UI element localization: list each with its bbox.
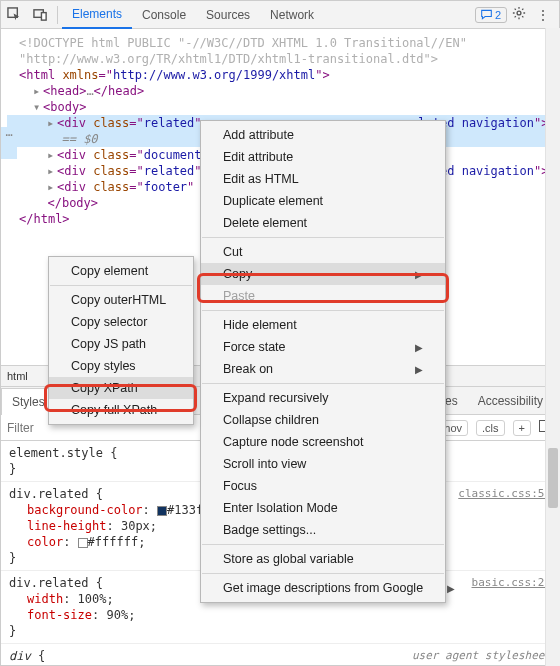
menu-item-label: Capture node screenshot <box>223 435 363 449</box>
tab-accessibility[interactable]: Accessibility <box>468 394 553 408</box>
menu-item-label: Collapse children <box>223 413 319 427</box>
menu-item-paste: Paste <box>201 285 445 307</box>
menu-item-label: Duplicate element <box>223 194 323 208</box>
menu-item-break-on[interactable]: Break on▶ <box>201 358 445 380</box>
tab-console[interactable]: Console <box>132 1 196 29</box>
menu-item-copy-js-path[interactable]: Copy JS path <box>49 333 193 355</box>
submenu-arrow-icon: ▶ <box>415 342 423 353</box>
submenu-arrow-icon: ▶ <box>447 583 455 594</box>
source-link[interactable]: classic.css:57 <box>458 486 551 502</box>
menu-item-label: Delete element <box>223 216 307 230</box>
menu-item-label: Focus <box>223 479 257 493</box>
menu-item-copy-styles[interactable]: Copy styles <box>49 355 193 377</box>
copy-submenu: Copy elementCopy outerHTMLCopy selectorC… <box>48 256 194 425</box>
menu-item-collapse-children[interactable]: Collapse children <box>201 409 445 431</box>
menu-item-label: Copy selector <box>71 315 147 329</box>
menu-item-enter-isolation-mode[interactable]: Enter Isolation Mode <box>201 497 445 519</box>
menu-item-force-state[interactable]: Force state▶ <box>201 336 445 358</box>
color-swatch-icon[interactable] <box>78 538 88 548</box>
menu-item-label: Edit attribute <box>223 150 293 164</box>
menu-item-badge-settings[interactable]: Badge settings... <box>201 519 445 541</box>
menu-item-label: Add attribute <box>223 128 294 142</box>
menu-item-label: Store as global variable <box>223 552 354 566</box>
tab-sources[interactable]: Sources <box>196 1 260 29</box>
svg-point-3 <box>517 11 521 15</box>
menu-item-label: Edit as HTML <box>223 172 299 186</box>
scrollbar-thumb[interactable] <box>548 448 558 508</box>
menu-item-scroll-into-view[interactable]: Scroll into view <box>201 453 445 475</box>
menu-separator <box>202 573 444 574</box>
devtools-tabs: Elements Console Sources Network <box>62 1 324 29</box>
prop-font-size[interactable]: font-size: 90%; <box>9 607 551 623</box>
menu-item-copy[interactable]: Copy▶ <box>201 263 445 285</box>
menu-item-label: Copy <box>223 267 252 281</box>
breadcrumb-html[interactable]: html <box>7 370 28 382</box>
menu-item-capture-node-screenshot[interactable]: Capture node screenshot <box>201 431 445 453</box>
submenu-arrow-icon: ▶ <box>415 364 423 375</box>
menu-item-expand-recursively[interactable]: Expand recursively <box>201 387 445 409</box>
menu-item-hide-element[interactable]: Hide element <box>201 314 445 336</box>
menu-item-copy-xpath[interactable]: Copy XPath <box>49 377 193 399</box>
menu-item-label: Copy styles <box>71 359 136 373</box>
menu-item-delete-element[interactable]: Delete element <box>201 212 445 234</box>
menu-separator <box>202 237 444 238</box>
tab-network[interactable]: Network <box>260 1 324 29</box>
menu-item-label: Expand recursively <box>223 391 329 405</box>
separator <box>57 6 58 24</box>
tab-elements[interactable]: Elements <box>62 1 132 29</box>
menu-item-label: Cut <box>223 245 242 259</box>
new-rule-button[interactable]: + <box>513 420 531 436</box>
color-swatch-icon[interactable] <box>157 506 167 516</box>
menu-item-label: Get image descriptions from Google <box>223 581 423 595</box>
rule-user-agent[interactable]: user agent stylesheet div { <box>1 644 559 666</box>
menu-separator <box>202 310 444 311</box>
menu-item-label: Copy JS path <box>71 337 146 351</box>
menu-item-label: Scroll into view <box>223 457 306 471</box>
selection-gutter: ⋯ <box>1 127 17 159</box>
menu-item-get-image-descriptions-from-google[interactable]: Get image descriptions from Google▶ <box>201 577 445 599</box>
doctype-line2: "http://www.w3.org/TR/xhtml1/DTD/xhtml1-… <box>19 52 438 66</box>
menu-item-copy-outerhtml[interactable]: Copy outerHTML <box>49 289 193 311</box>
menu-item-label: Break on <box>223 362 273 376</box>
menu-item-edit-attribute[interactable]: Edit attribute <box>201 146 445 168</box>
menu-item-copy-element[interactable]: Copy element <box>49 260 193 282</box>
submenu-arrow-icon: ▶ <box>415 269 423 280</box>
body-element[interactable]: ▾<body> <box>7 99 559 115</box>
settings-icon[interactable] <box>507 6 531 23</box>
svg-rect-2 <box>41 13 46 21</box>
menu-separator <box>202 544 444 545</box>
device-toggle-icon[interactable] <box>27 2 53 28</box>
menu-item-add-attribute[interactable]: Add attribute <box>201 124 445 146</box>
menu-item-label: Copy element <box>71 264 148 278</box>
user-agent-label: user agent stylesheet <box>412 648 551 664</box>
menu-item-copy-full-xpath[interactable]: Copy full XPath <box>49 399 193 421</box>
head-element[interactable]: ▸<head>…</head> <box>7 83 559 99</box>
menu-item-cut[interactable]: Cut <box>201 241 445 263</box>
menu-item-edit-as-html[interactable]: Edit as HTML <box>201 168 445 190</box>
scrollbar[interactable] <box>545 28 560 666</box>
menu-item-label: Force state <box>223 340 286 354</box>
menu-item-label: Badge settings... <box>223 523 316 537</box>
source-link[interactable]: basic.css:20 <box>472 575 551 591</box>
toolbar-right: 2 ⋮ <box>475 6 559 23</box>
menu-separator <box>50 285 192 286</box>
menu-item-focus[interactable]: Focus <box>201 475 445 497</box>
doctype-line1: <!DOCTYPE html PUBLIC "-//W3C//DTD XHTML… <box>19 36 467 50</box>
menu-item-label: Copy full XPath <box>71 403 157 417</box>
message-icon <box>481 9 492 20</box>
devtools-toolbar: Elements Console Sources Network 2 ⋮ <box>1 1 559 29</box>
menu-item-duplicate-element[interactable]: Duplicate element <box>201 190 445 212</box>
issues-count: 2 <box>495 9 501 21</box>
menu-item-label: Copy XPath <box>71 381 138 395</box>
html-element[interactable]: <html xmlns="http://www.w3.org/1999/xhtm… <box>7 67 559 83</box>
inspect-icon[interactable] <box>1 2 27 28</box>
menu-item-copy-selector[interactable]: Copy selector <box>49 311 193 333</box>
more-icon[interactable]: ⋮ <box>531 7 555 23</box>
cls-toggle[interactable]: .cls <box>476 420 505 436</box>
menu-item-label: Hide element <box>223 318 297 332</box>
element-context-menu: Add attributeEdit attributeEdit as HTMLD… <box>200 120 446 603</box>
menu-item-label: Paste <box>223 289 255 303</box>
issues-badge[interactable]: 2 <box>475 7 507 23</box>
menu-separator <box>202 383 444 384</box>
menu-item-store-as-global-variable[interactable]: Store as global variable <box>201 548 445 570</box>
